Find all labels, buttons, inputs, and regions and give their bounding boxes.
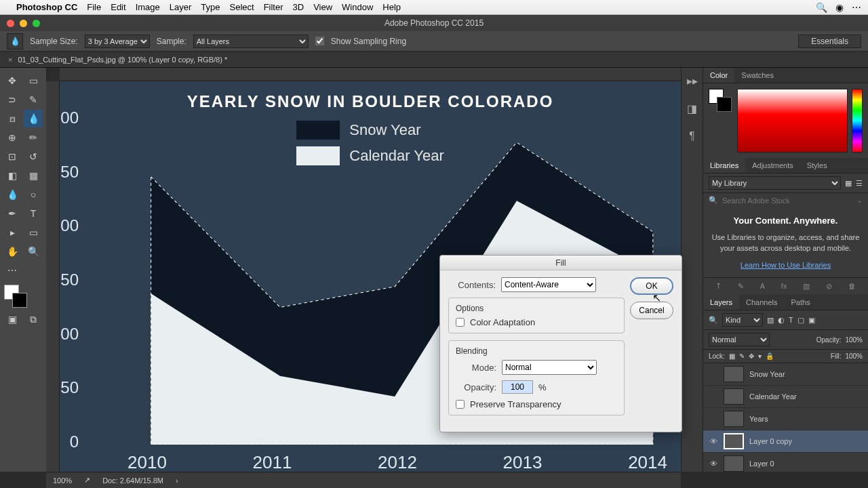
- eraser-tool-icon[interactable]: ◧: [3, 167, 22, 184]
- menu-layer[interactable]: Layer: [170, 2, 192, 12]
- close-tab-icon[interactable]: ×: [8, 56, 12, 64]
- library-search[interactable]: 🔍 ⌄: [703, 193, 868, 207]
- layer-row[interactable]: 👁Layer 0: [703, 453, 868, 472]
- lock-nest-icon[interactable]: ▾: [758, 352, 762, 360]
- tab-paths[interactable]: Paths: [785, 295, 817, 310]
- maximize-window-icon[interactable]: [33, 20, 40, 27]
- export-icon[interactable]: ↗: [84, 476, 90, 485]
- background-color[interactable]: [12, 293, 27, 308]
- ruler-horizontal[interactable]: [60, 68, 681, 81]
- filter-shape-icon[interactable]: ▢: [797, 316, 804, 325]
- layer-name[interactable]: Layer 0: [749, 460, 863, 468]
- character-panel-icon[interactable]: ¶: [689, 130, 695, 142]
- app-name[interactable]: Photoshop CC: [16, 2, 77, 12]
- lock-paint-icon[interactable]: ✎: [739, 352, 745, 360]
- chevron-right-icon[interactable]: ›: [176, 476, 178, 485]
- layer-name[interactable]: Snow Year: [749, 370, 863, 378]
- menu-image[interactable]: Image: [136, 2, 160, 12]
- search-icon[interactable]: 🔍: [816, 2, 827, 13]
- blend-mode-select[interactable]: Normal: [709, 333, 770, 346]
- layer-fill-value[interactable]: 100%: [845, 352, 863, 360]
- hand-tool-icon[interactable]: ✋: [3, 243, 22, 260]
- library-search-input[interactable]: [722, 197, 852, 205]
- tab-layers[interactable]: Layers: [703, 295, 739, 310]
- tab-adjustments[interactable]: Adjustments: [745, 158, 800, 173]
- tab-channels[interactable]: Channels: [739, 295, 784, 310]
- tab-libraries[interactable]: Libraries: [703, 158, 745, 173]
- grid-view-icon[interactable]: ▦: [845, 179, 852, 188]
- hue-slider[interactable]: [852, 89, 863, 152]
- filter-adjust-icon[interactable]: ◐: [778, 316, 785, 325]
- menu-window[interactable]: Window: [342, 2, 373, 12]
- screen-mode-icon[interactable]: ⧉: [24, 310, 43, 328]
- document-tab[interactable]: 01_03_Cutting_Flat_Psds.jpg @ 100% (Laye…: [18, 56, 227, 64]
- color-picker-area[interactable]: [737, 89, 848, 152]
- sample-size-select[interactable]: 3 by 3 Average: [85, 35, 150, 48]
- brush-tool-icon[interactable]: ✏: [24, 129, 43, 146]
- menu-view[interactable]: View: [313, 2, 332, 12]
- tab-swatches[interactable]: Swatches: [734, 68, 781, 83]
- layer-opacity-value[interactable]: 100%: [845, 336, 863, 344]
- healing-tool-icon[interactable]: ⊕: [3, 129, 22, 146]
- quick-select-tool-icon[interactable]: ✎: [24, 91, 43, 108]
- doc-info[interactable]: Doc: 2.64M/15.8M: [102, 476, 163, 485]
- lib-fill-icon[interactable]: ▥: [803, 282, 810, 291]
- close-window-icon[interactable]: [7, 20, 14, 27]
- menu-select[interactable]: Select: [229, 2, 254, 12]
- cc-icon[interactable]: ◉: [835, 2, 844, 13]
- mode-select[interactable]: Normal: [502, 360, 597, 375]
- menu-type[interactable]: Type: [201, 2, 220, 12]
- zoom-level[interactable]: 100%: [53, 476, 72, 485]
- dialog-title[interactable]: Fill: [440, 256, 682, 270]
- tab-styles[interactable]: Styles: [800, 158, 834, 173]
- lib-fx-icon[interactable]: fx: [781, 282, 787, 291]
- lock-all-icon[interactable]: 🔒: [766, 352, 774, 360]
- ruler-vertical[interactable]: [46, 81, 60, 472]
- lib-add-icon[interactable]: ⤒: [715, 282, 722, 291]
- quick-mask-icon[interactable]: ▣: [3, 310, 22, 328]
- layer-filter-kind[interactable]: Kind: [722, 313, 763, 327]
- gradient-tool-icon[interactable]: ▦: [24, 167, 43, 184]
- filter-type-icon[interactable]: T: [789, 316, 793, 324]
- show-sampling-checkbox[interactable]: [315, 37, 324, 45]
- color-fg-bg[interactable]: [709, 89, 733, 113]
- filter-icon[interactable]: 🔍: [709, 316, 718, 325]
- layer-name[interactable]: Layer 0 copy: [749, 437, 863, 445]
- menu-filter[interactable]: Filter: [264, 2, 283, 12]
- preserve-transparency-checkbox[interactable]: [456, 400, 465, 409]
- visibility-icon[interactable]: 👁: [709, 437, 718, 445]
- lib-brush-icon[interactable]: ✎: [738, 282, 744, 291]
- lib-trash-icon[interactable]: 🗑: [848, 282, 856, 291]
- properties-panel-icon[interactable]: ◨: [687, 102, 697, 115]
- layer-name[interactable]: Calendar Year: [749, 392, 863, 401]
- more-tools-icon[interactable]: ⋯: [3, 262, 22, 279]
- color-swatches[interactable]: [3, 285, 43, 309]
- stamp-tool-icon[interactable]: ⊡: [3, 148, 22, 165]
- current-tool-icon[interactable]: 💧: [7, 33, 23, 49]
- filter-smart-icon[interactable]: ▣: [808, 316, 815, 325]
- lasso-tool-icon[interactable]: ⊃: [3, 91, 22, 108]
- ok-button[interactable]: OK: [630, 277, 673, 295]
- move-tool-icon[interactable]: ✥: [3, 72, 22, 89]
- tab-color[interactable]: Color: [703, 68, 734, 83]
- cancel-button[interactable]: Cancel: [630, 302, 673, 319]
- library-select[interactable]: My Library: [709, 176, 841, 190]
- menu-edit[interactable]: Edit: [111, 2, 125, 12]
- minimize-window-icon[interactable]: [20, 20, 27, 27]
- shape-tool-icon[interactable]: ▭: [24, 224, 43, 241]
- chevron-down-icon[interactable]: ⌄: [856, 196, 863, 205]
- menu-help[interactable]: Help: [382, 2, 401, 12]
- visibility-icon[interactable]: 👁: [709, 460, 718, 468]
- color-adaptation-checkbox[interactable]: [456, 318, 465, 327]
- layer-row[interactable]: Years: [703, 408, 868, 430]
- lock-move-icon[interactable]: ✥: [749, 352, 754, 360]
- workspace-switcher[interactable]: Essentials: [798, 35, 861, 48]
- menu-file[interactable]: File: [87, 2, 101, 12]
- history-brush-tool-icon[interactable]: ↺: [24, 148, 43, 165]
- zoom-tool-icon[interactable]: 🔍: [24, 243, 43, 260]
- lib-char-icon[interactable]: A: [760, 282, 765, 291]
- type-tool-icon[interactable]: T: [24, 205, 43, 222]
- menu-extra-icon[interactable]: ⋯: [852, 2, 861, 13]
- layer-row[interactable]: Calendar Year: [703, 386, 868, 408]
- blur-tool-icon[interactable]: 💧: [3, 186, 22, 203]
